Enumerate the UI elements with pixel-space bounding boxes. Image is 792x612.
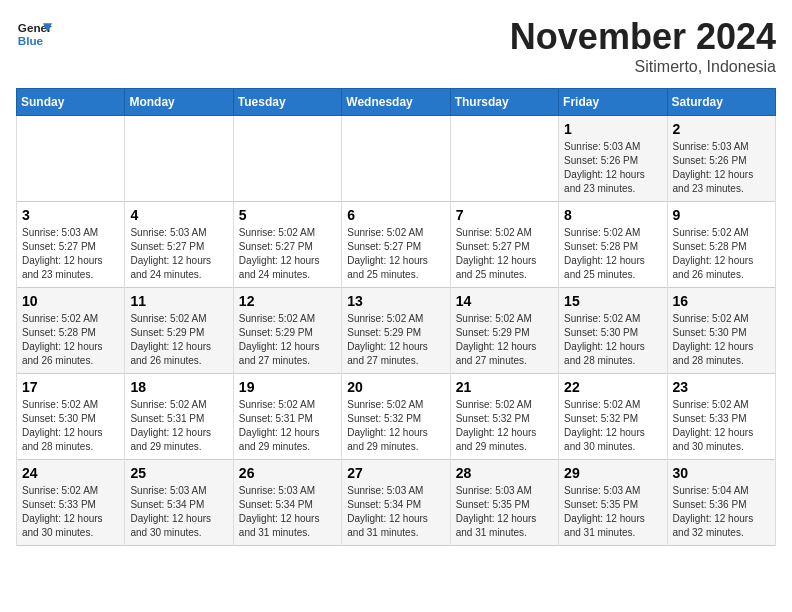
day-info: Sunrise: 5:02 AM Sunset: 5:32 PM Dayligh… bbox=[456, 398, 553, 454]
day-info: Sunrise: 5:03 AM Sunset: 5:35 PM Dayligh… bbox=[564, 484, 661, 540]
calendar-cell: 12Sunrise: 5:02 AM Sunset: 5:29 PM Dayli… bbox=[233, 288, 341, 374]
day-number: 8 bbox=[564, 207, 661, 223]
calendar-cell: 15Sunrise: 5:02 AM Sunset: 5:30 PM Dayli… bbox=[559, 288, 667, 374]
day-info: Sunrise: 5:02 AM Sunset: 5:29 PM Dayligh… bbox=[239, 312, 336, 368]
day-number: 1 bbox=[564, 121, 661, 137]
calendar-cell: 21Sunrise: 5:02 AM Sunset: 5:32 PM Dayli… bbox=[450, 374, 558, 460]
calendar-cell: 1Sunrise: 5:03 AM Sunset: 5:26 PM Daylig… bbox=[559, 116, 667, 202]
day-info: Sunrise: 5:02 AM Sunset: 5:28 PM Dayligh… bbox=[564, 226, 661, 282]
calendar-cell: 19Sunrise: 5:02 AM Sunset: 5:31 PM Dayli… bbox=[233, 374, 341, 460]
logo-icon: General Blue bbox=[16, 16, 52, 52]
calendar-cell: 18Sunrise: 5:02 AM Sunset: 5:31 PM Dayli… bbox=[125, 374, 233, 460]
day-number: 19 bbox=[239, 379, 336, 395]
calendar-week-row: 17Sunrise: 5:02 AM Sunset: 5:30 PM Dayli… bbox=[17, 374, 776, 460]
svg-text:Blue: Blue bbox=[18, 34, 44, 47]
day-info: Sunrise: 5:02 AM Sunset: 5:27 PM Dayligh… bbox=[456, 226, 553, 282]
weekday-header: Sunday bbox=[17, 89, 125, 116]
day-number: 21 bbox=[456, 379, 553, 395]
day-info: Sunrise: 5:02 AM Sunset: 5:31 PM Dayligh… bbox=[130, 398, 227, 454]
calendar-cell: 27Sunrise: 5:03 AM Sunset: 5:34 PM Dayli… bbox=[342, 460, 450, 546]
calendar-body: 1Sunrise: 5:03 AM Sunset: 5:26 PM Daylig… bbox=[17, 116, 776, 546]
day-info: Sunrise: 5:03 AM Sunset: 5:26 PM Dayligh… bbox=[673, 140, 770, 196]
calendar-cell: 2Sunrise: 5:03 AM Sunset: 5:26 PM Daylig… bbox=[667, 116, 775, 202]
calendar-cell: 25Sunrise: 5:03 AM Sunset: 5:34 PM Dayli… bbox=[125, 460, 233, 546]
day-number: 23 bbox=[673, 379, 770, 395]
calendar-cell: 6Sunrise: 5:02 AM Sunset: 5:27 PM Daylig… bbox=[342, 202, 450, 288]
calendar-cell bbox=[342, 116, 450, 202]
calendar-week-row: 24Sunrise: 5:02 AM Sunset: 5:33 PM Dayli… bbox=[17, 460, 776, 546]
weekday-header: Saturday bbox=[667, 89, 775, 116]
calendar-week-row: 10Sunrise: 5:02 AM Sunset: 5:28 PM Dayli… bbox=[17, 288, 776, 374]
calendar-cell: 14Sunrise: 5:02 AM Sunset: 5:29 PM Dayli… bbox=[450, 288, 558, 374]
calendar-table: SundayMondayTuesdayWednesdayThursdayFrid… bbox=[16, 88, 776, 546]
calendar-cell: 16Sunrise: 5:02 AM Sunset: 5:30 PM Dayli… bbox=[667, 288, 775, 374]
calendar-cell: 7Sunrise: 5:02 AM Sunset: 5:27 PM Daylig… bbox=[450, 202, 558, 288]
calendar-cell: 11Sunrise: 5:02 AM Sunset: 5:29 PM Dayli… bbox=[125, 288, 233, 374]
weekday-header: Wednesday bbox=[342, 89, 450, 116]
day-info: Sunrise: 5:02 AM Sunset: 5:30 PM Dayligh… bbox=[564, 312, 661, 368]
day-info: Sunrise: 5:02 AM Sunset: 5:29 PM Dayligh… bbox=[347, 312, 444, 368]
day-info: Sunrise: 5:02 AM Sunset: 5:31 PM Dayligh… bbox=[239, 398, 336, 454]
day-number: 2 bbox=[673, 121, 770, 137]
day-info: Sunrise: 5:02 AM Sunset: 5:29 PM Dayligh… bbox=[456, 312, 553, 368]
day-number: 13 bbox=[347, 293, 444, 309]
day-number: 20 bbox=[347, 379, 444, 395]
calendar-cell: 9Sunrise: 5:02 AM Sunset: 5:28 PM Daylig… bbox=[667, 202, 775, 288]
calendar-cell: 5Sunrise: 5:02 AM Sunset: 5:27 PM Daylig… bbox=[233, 202, 341, 288]
day-info: Sunrise: 5:02 AM Sunset: 5:29 PM Dayligh… bbox=[130, 312, 227, 368]
calendar-cell: 28Sunrise: 5:03 AM Sunset: 5:35 PM Dayli… bbox=[450, 460, 558, 546]
day-info: Sunrise: 5:04 AM Sunset: 5:36 PM Dayligh… bbox=[673, 484, 770, 540]
weekday-header: Tuesday bbox=[233, 89, 341, 116]
day-number: 11 bbox=[130, 293, 227, 309]
day-info: Sunrise: 5:02 AM Sunset: 5:33 PM Dayligh… bbox=[22, 484, 119, 540]
day-number: 12 bbox=[239, 293, 336, 309]
day-number: 25 bbox=[130, 465, 227, 481]
day-number: 30 bbox=[673, 465, 770, 481]
day-info: Sunrise: 5:02 AM Sunset: 5:32 PM Dayligh… bbox=[564, 398, 661, 454]
day-number: 14 bbox=[456, 293, 553, 309]
day-info: Sunrise: 5:02 AM Sunset: 5:28 PM Dayligh… bbox=[673, 226, 770, 282]
day-info: Sunrise: 5:02 AM Sunset: 5:30 PM Dayligh… bbox=[673, 312, 770, 368]
calendar-cell: 17Sunrise: 5:02 AM Sunset: 5:30 PM Dayli… bbox=[17, 374, 125, 460]
calendar-cell bbox=[125, 116, 233, 202]
day-number: 7 bbox=[456, 207, 553, 223]
day-number: 10 bbox=[22, 293, 119, 309]
calendar-cell: 3Sunrise: 5:03 AM Sunset: 5:27 PM Daylig… bbox=[17, 202, 125, 288]
calendar-cell: 10Sunrise: 5:02 AM Sunset: 5:28 PM Dayli… bbox=[17, 288, 125, 374]
calendar-cell bbox=[233, 116, 341, 202]
day-number: 6 bbox=[347, 207, 444, 223]
calendar-cell: 4Sunrise: 5:03 AM Sunset: 5:27 PM Daylig… bbox=[125, 202, 233, 288]
day-info: Sunrise: 5:02 AM Sunset: 5:33 PM Dayligh… bbox=[673, 398, 770, 454]
day-number: 17 bbox=[22, 379, 119, 395]
weekday-row: SundayMondayTuesdayWednesdayThursdayFrid… bbox=[17, 89, 776, 116]
day-number: 28 bbox=[456, 465, 553, 481]
day-number: 18 bbox=[130, 379, 227, 395]
calendar-cell: 24Sunrise: 5:02 AM Sunset: 5:33 PM Dayli… bbox=[17, 460, 125, 546]
day-number: 26 bbox=[239, 465, 336, 481]
day-number: 3 bbox=[22, 207, 119, 223]
day-info: Sunrise: 5:02 AM Sunset: 5:30 PM Dayligh… bbox=[22, 398, 119, 454]
weekday-header: Thursday bbox=[450, 89, 558, 116]
day-number: 15 bbox=[564, 293, 661, 309]
day-info: Sunrise: 5:03 AM Sunset: 5:27 PM Dayligh… bbox=[22, 226, 119, 282]
day-info: Sunrise: 5:02 AM Sunset: 5:27 PM Dayligh… bbox=[239, 226, 336, 282]
calendar-cell: 13Sunrise: 5:02 AM Sunset: 5:29 PM Dayli… bbox=[342, 288, 450, 374]
calendar-cell: 22Sunrise: 5:02 AM Sunset: 5:32 PM Dayli… bbox=[559, 374, 667, 460]
day-info: Sunrise: 5:03 AM Sunset: 5:35 PM Dayligh… bbox=[456, 484, 553, 540]
day-number: 29 bbox=[564, 465, 661, 481]
day-number: 22 bbox=[564, 379, 661, 395]
calendar-header: SundayMondayTuesdayWednesdayThursdayFrid… bbox=[17, 89, 776, 116]
location-subtitle: Sitimerto, Indonesia bbox=[510, 58, 776, 76]
calendar-cell: 29Sunrise: 5:03 AM Sunset: 5:35 PM Dayli… bbox=[559, 460, 667, 546]
calendar-cell: 26Sunrise: 5:03 AM Sunset: 5:34 PM Dayli… bbox=[233, 460, 341, 546]
weekday-header: Monday bbox=[125, 89, 233, 116]
day-number: 24 bbox=[22, 465, 119, 481]
day-number: 4 bbox=[130, 207, 227, 223]
day-info: Sunrise: 5:03 AM Sunset: 5:26 PM Dayligh… bbox=[564, 140, 661, 196]
day-number: 9 bbox=[673, 207, 770, 223]
day-info: Sunrise: 5:02 AM Sunset: 5:32 PM Dayligh… bbox=[347, 398, 444, 454]
calendar-cell: 8Sunrise: 5:02 AM Sunset: 5:28 PM Daylig… bbox=[559, 202, 667, 288]
calendar-week-row: 3Sunrise: 5:03 AM Sunset: 5:27 PM Daylig… bbox=[17, 202, 776, 288]
calendar-cell bbox=[450, 116, 558, 202]
weekday-header: Friday bbox=[559, 89, 667, 116]
